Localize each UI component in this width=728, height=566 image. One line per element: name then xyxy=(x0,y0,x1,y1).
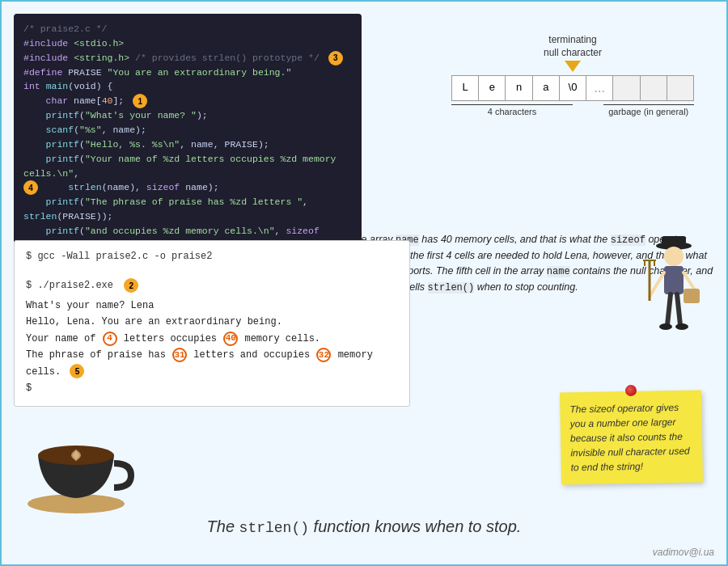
mem-cell-g2 xyxy=(641,76,667,100)
mem-bottom-labels: 4 characters garbage (in general) xyxy=(451,104,694,116)
svg-point-2 xyxy=(664,247,684,266)
mem-cell-e: e xyxy=(479,76,506,100)
code-line-1: #include <stdio.h> xyxy=(23,36,352,51)
code-line-2: #include <string.h> /* provides strlen()… xyxy=(23,51,352,65)
code-filename: /* praise2.c */ xyxy=(23,22,352,36)
output-line-5: $ xyxy=(26,380,398,396)
output-line-3: Your name of 4 letters occupies 40 memor… xyxy=(26,331,398,347)
svg-rect-1 xyxy=(662,236,686,247)
sticky-pin xyxy=(624,385,636,396)
output-line-1: What's your name? Lena xyxy=(26,298,398,314)
mem-cell-n: n xyxy=(506,76,532,100)
svg-point-14 xyxy=(675,323,688,330)
badge-4: 4 xyxy=(23,180,38,195)
mem-label-terminating: terminating null character xyxy=(443,34,702,59)
code-line-9: printf("Your name of %zd letters occupie… xyxy=(23,152,352,181)
svg-rect-15 xyxy=(684,289,700,303)
mem-label-4chars: 4 characters xyxy=(451,104,573,116)
circled-40: 40 xyxy=(223,332,238,346)
code-ref-strlen2: strlen() xyxy=(428,282,475,294)
farmer-figure xyxy=(633,228,714,357)
terminal-output: What's your name? Lena Hello, Lena. You … xyxy=(26,298,398,396)
code-line-10: 4 strlen(name), sizeof name); xyxy=(23,180,352,195)
svg-line-4 xyxy=(650,272,664,297)
code-line-8: printf("Hello, %s. %s\n", name, PRAISE); xyxy=(23,137,352,152)
coffee-cup xyxy=(18,403,135,520)
terminal-cmd1: $ gcc -Wall praise2.c -o praise2 xyxy=(26,251,398,262)
mem-cell-a: a xyxy=(533,76,560,100)
badge-1: 1 xyxy=(133,94,147,108)
code-line-7: scanf("%s", name); xyxy=(23,123,352,137)
code-ref-name2: name xyxy=(547,266,570,277)
circled-31: 31 xyxy=(172,348,187,362)
svg-line-11 xyxy=(667,294,671,325)
badge-5: 5 xyxy=(70,364,84,378)
mem-cell-L: L xyxy=(452,76,479,100)
mem-cell-null: \0 xyxy=(560,76,586,100)
terminal-block: $ gcc -Wall praise2.c -o praise2 $ ./pra… xyxy=(14,240,410,407)
mem-cell-g3 xyxy=(667,76,693,100)
strlen-mono: strlen() xyxy=(239,520,309,536)
badge-2: 2 xyxy=(124,278,138,293)
badge-3: 3 xyxy=(328,51,343,65)
mem-cell-g1 xyxy=(613,76,640,100)
svg-line-12 xyxy=(677,294,680,325)
code-line-5: char name[40]; 1 xyxy=(23,94,352,108)
bottom-text: The strlen() function knows when to stop… xyxy=(2,517,726,536)
watermark: vadimov@i.ua xyxy=(653,547,714,558)
null-char-arrow xyxy=(565,61,581,72)
output-line-4: The phrase of praise has 31 letters and … xyxy=(26,347,398,380)
sticky-text: The sizeof operator gives you a number o… xyxy=(569,402,690,473)
mem-cell-dots: ... xyxy=(586,76,613,100)
svg-line-10 xyxy=(684,272,694,289)
circled-32: 32 xyxy=(316,348,331,362)
svg-point-13 xyxy=(659,323,672,330)
mem-cells-row: L e n a \0 ... xyxy=(451,75,694,101)
svg-rect-3 xyxy=(664,266,684,294)
sticky-note: The sizeof operator gives you a number o… xyxy=(560,390,703,484)
mem-label-garbage: garbage (in general) xyxy=(603,104,695,116)
code-line-3: #define PRAISE "You are an extraordinary… xyxy=(23,65,352,80)
code-line-6: printf("What's your name? "); xyxy=(23,108,352,123)
code-line-11: printf("The phrase of praise has %zd let… xyxy=(23,195,352,224)
output-line-2: Hello, Lena. You are an extraordinary be… xyxy=(26,314,398,330)
terminal-cmd2: $ ./praise2.exe 2 xyxy=(26,278,398,293)
memory-diagram: terminating null character L e n a \0 ..… xyxy=(443,34,702,116)
circled-4: 4 xyxy=(103,332,117,346)
code-line-4: int main(void) { xyxy=(23,79,352,94)
